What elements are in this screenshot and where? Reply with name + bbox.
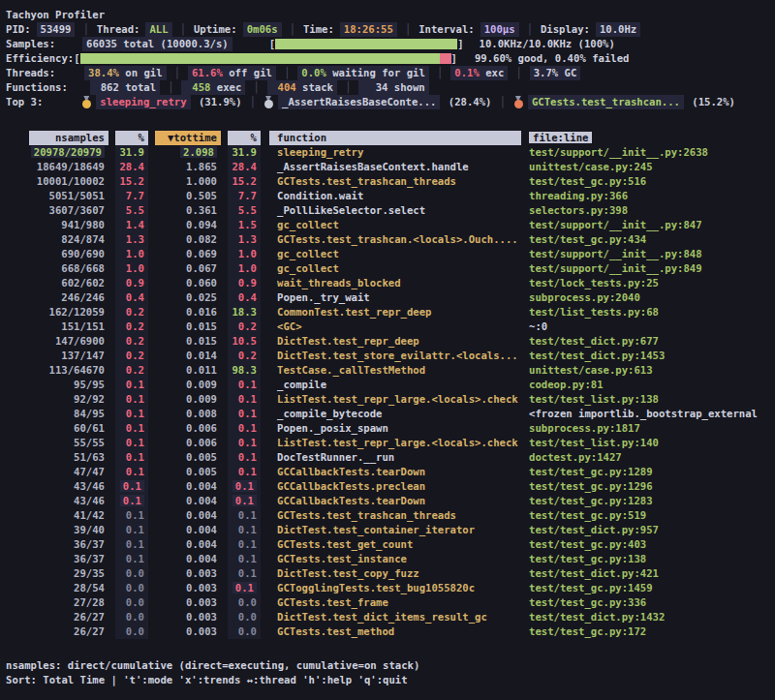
fn-value: _compile — [277, 379, 326, 390]
direct-pct-cell: 0.1 — [115, 436, 148, 450]
pct-value: 1.0 — [126, 262, 144, 274]
cumulative-pct-cell: 1.0 — [228, 261, 261, 276]
fn-value: _AssertRaisesBaseContext.handle — [277, 161, 469, 172]
nsamples-cell: 824/874 — [29, 232, 108, 247]
pct-value: 0.1 — [126, 553, 144, 564]
column-header-function[interactable]: function — [269, 131, 521, 145]
file-value: doctest.py:1427 — [529, 451, 622, 463]
separator-icon: │ — [180, 22, 186, 37]
nsamples-cell: 26/27 — [29, 610, 108, 624]
table-row: 162/120590.20.01618.3CommonTest.test_rep… — [6, 305, 775, 320]
file-line-cell: test/lock_tests.py:25 — [521, 276, 775, 290]
stat-value: 34 — [362, 80, 388, 95]
thread-value: ALL — [145, 22, 171, 37]
tottime-cell: 0.004 — [155, 508, 221, 523]
ns-value: 246/246 — [61, 291, 105, 303]
file-value: test/support/__init__.py:847 — [529, 219, 702, 230]
cumulative-pct-cell: 31.9 — [228, 145, 261, 160]
stat-label: off gil — [223, 67, 272, 78]
tottime-cell: 0.009 — [155, 392, 221, 407]
profile-table: nsamples % ▼tottime % function file:line… — [6, 131, 775, 639]
tot-value: 0.004 — [186, 538, 217, 550]
tot-value: 0.005 — [186, 466, 217, 477]
ns-value: 20978/20979 — [31, 146, 105, 158]
tottime-cell: 0.004 — [155, 494, 221, 508]
fn-value: DictTest.test_dict_items_result_gc — [277, 611, 487, 623]
cumulative-pct-cell: 0.1 — [228, 494, 261, 508]
file-value: test/test_gc.py:1289 — [529, 466, 653, 477]
nsamples-cell: 60/61 — [29, 421, 108, 436]
nsamples-cell: 39/40 — [29, 523, 108, 537]
column-header-file-line[interactable]: file:line — [521, 131, 775, 145]
file-line-cell: test/support/__init__.py:848 — [521, 247, 775, 261]
stat-chip: 3.7% GC — [530, 66, 581, 80]
stat-label: stack — [296, 81, 333, 93]
direct-pct-cell: 0.1 — [115, 523, 148, 537]
file-value: test/support/__init__.py:848 — [529, 248, 702, 259]
ns-value: 43/46 — [74, 480, 105, 492]
tot-value: 0.006 — [186, 437, 217, 448]
tottime-cell: 0.004 — [155, 552, 221, 566]
nsamples-cell: 47/47 — [29, 465, 108, 479]
pct-value: 0.1 — [126, 422, 144, 434]
nsamples-cell: 941/980 — [29, 218, 108, 232]
function-cell: sleeping_retry — [269, 145, 521, 160]
separator-icon: │ — [437, 66, 443, 80]
nsamples-cell: 26/27 — [29, 624, 108, 639]
file-line-cell: test/test_gc.py:434 — [521, 232, 775, 247]
stat-chip: 34 shown — [358, 80, 428, 95]
cum-value: 1.5 — [238, 219, 257, 230]
efficiency-text: 99.60% good, 0.40% failed — [475, 51, 629, 66]
separator-icon: │ — [499, 95, 505, 109]
file-value: test/test_dict.py:1453 — [529, 350, 665, 361]
table-row: 602/6020.90.0600.9wait_threads_blockedte… — [6, 276, 775, 290]
direct-pct-cell: 5.5 — [115, 203, 148, 218]
cumulative-pct-cell: 10.5 — [228, 334, 261, 349]
column-header-nsamples[interactable]: nsamples — [29, 131, 108, 145]
pct-value: 0.4 — [126, 291, 144, 303]
table-row: 26/270.00.0030.0GCTests.test_methodtest/… — [6, 624, 775, 639]
cum-value: 0.1 — [232, 495, 257, 506]
cum-value: 0.1 — [238, 553, 257, 564]
tottime-cell: 0.060 — [155, 276, 221, 290]
tottime-cell: 0.069 — [155, 247, 221, 261]
table-row: 47/470.10.0050.1GCCallbackTests.tearDown… — [6, 465, 775, 479]
table-row: 60/610.10.0060.1Popen._posix_spawnsubpro… — [6, 421, 775, 436]
file-line-cell: test/test_gc.py:336 — [521, 595, 775, 610]
table-rows: 20978/2097931.92.09831.9sleeping_retryte… — [6, 145, 775, 639]
column-header-cumulative-pct[interactable]: % — [228, 131, 261, 145]
top-function-pct: (31.9%) — [193, 95, 242, 109]
file-line-cell: test/test_list.py:138 — [521, 392, 775, 407]
cumulative-pct-cell: 0.2 — [228, 320, 261, 334]
column-header-tottime-sorted[interactable]: ▼tottime — [155, 131, 221, 145]
fn-value: ListTest.test_repr_large.<locals>.check — [277, 437, 518, 448]
direct-pct-cell: 0.0 — [115, 581, 148, 595]
tottime-cell: 0.025 — [155, 290, 221, 305]
fn-value: gc_collect — [277, 248, 339, 259]
pct-value: 28.4 — [119, 161, 144, 172]
pct-value: 0.1 — [126, 451, 144, 463]
cumulative-pct-cell: 0.1 — [228, 508, 261, 523]
fn-value: GCTests.test_trashcan.<locals>.Ouch.... — [277, 233, 518, 245]
direct-pct-cell: 0.1 — [115, 392, 148, 407]
stat-value: 61.6% — [192, 67, 223, 78]
cum-value: 0.1 — [238, 567, 257, 579]
file-value: test/test_gc.py:172 — [529, 625, 646, 637]
tottime-cell: 0.361 — [155, 203, 221, 218]
direct-pct-cell: 1.3 — [115, 232, 148, 247]
column-header-direct-pct[interactable]: % — [115, 131, 148, 145]
ns-value: 162/12059 — [49, 306, 105, 318]
status-line: PID: 53499 │ Thread: ALL │ Uptime: 0m06s… — [6, 22, 775, 37]
separator-icon: │ — [527, 22, 533, 37]
tot-value: 2.098 — [180, 146, 217, 158]
cumulative-pct-cell: 0.1 — [228, 465, 261, 479]
fn-value: GCTests.test_trashcan_threads — [277, 175, 456, 187]
direct-pct-cell: 0.0 — [115, 566, 148, 581]
separator-icon: │ — [515, 66, 521, 80]
file-line-cell: test/test_gc.py:1296 — [521, 479, 775, 494]
tottime-cell: 0.008 — [155, 407, 221, 421]
direct-pct-cell: 1.0 — [115, 261, 148, 276]
ns-value: 36/37 — [74, 538, 105, 550]
cum-value: 0.1 — [232, 582, 257, 593]
stat-chip: 38.4% on gil — [84, 66, 167, 80]
